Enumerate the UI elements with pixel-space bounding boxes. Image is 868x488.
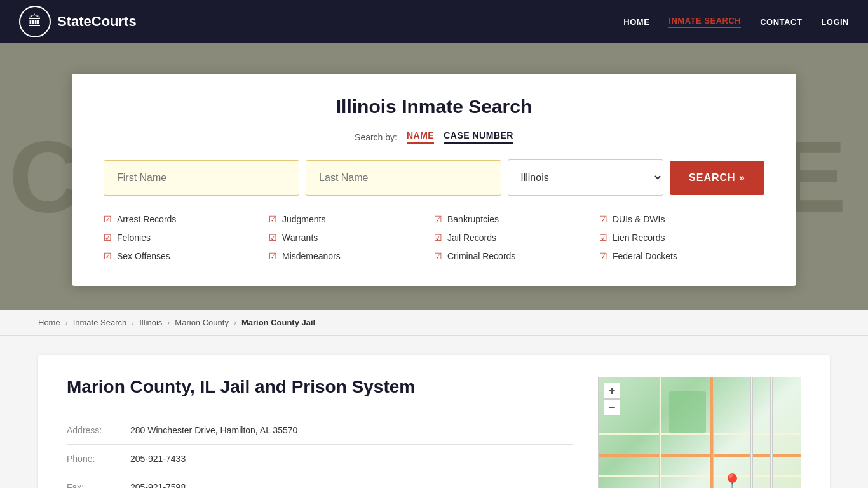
- feature-item: ☑Arrest Records: [104, 212, 269, 227]
- feature-item: ☑Sex Offenses: [104, 248, 269, 264]
- search-by-row: Search by: NAME CASE NUMBER: [104, 130, 764, 144]
- phone-label: Phone:: [67, 445, 130, 473]
- check-icon: ☑: [434, 251, 442, 261]
- breadcrumb: Home › Inmate Search › Illinois › Marion…: [0, 310, 868, 336]
- breadcrumb-home[interactable]: Home: [38, 318, 60, 327]
- fax-row: Fax: 205-921-7598: [67, 473, 573, 489]
- breadcrumb-sep-1: ›: [65, 318, 68, 327]
- info-table: Address: 280 Winchester Drive, Hamilton,…: [67, 416, 573, 488]
- map-pin: 📍: [721, 473, 743, 488]
- nav-login[interactable]: LOGIN: [821, 17, 849, 27]
- search-box: Illinois Inmate Search Search by: NAME C…: [72, 74, 796, 286]
- feature-item: ☑Judgments: [269, 212, 434, 227]
- logo[interactable]: 🏛 StateCourts: [19, 6, 137, 37]
- tab-name[interactable]: NAME: [407, 130, 434, 144]
- feature-item: ☑Jail Records: [434, 230, 599, 245]
- search-inputs-row: AlabamaAlaskaArizonaArkansasCaliforniaCo…: [104, 159, 764, 196]
- content-card: Marion County, IL Jail and Prison System…: [38, 355, 830, 488]
- jail-title: Marion County, IL Jail and Prison System: [67, 377, 573, 397]
- search-by-label: Search by:: [355, 132, 397, 142]
- nav-contact[interactable]: CONTACT: [760, 17, 802, 27]
- nav: HOME INMATE SEARCH CONTACT LOGIN: [623, 16, 849, 28]
- breadcrumb-inmate-search[interactable]: Inmate Search: [73, 318, 127, 327]
- logo-icon: 🏛: [19, 6, 51, 37]
- check-icon: ☑: [104, 233, 112, 243]
- map-container: + − 📍: [598, 377, 801, 488]
- check-icon: ☑: [269, 251, 277, 261]
- phone-value: 205-921-7433: [130, 445, 573, 473]
- address-row: Address: 280 Winchester Drive, Hamilton,…: [67, 416, 573, 445]
- feature-item: ☑Bankruptcies: [434, 212, 599, 227]
- features-grid: ☑Arrest Records☑Judgments☑Bankruptcies☑D…: [104, 212, 764, 264]
- fax-value: 205-921-7598: [130, 473, 573, 489]
- check-icon: ☑: [599, 251, 607, 261]
- fax-label: Fax:: [67, 473, 130, 489]
- feature-item: ☑Warrants: [269, 230, 434, 245]
- address-label: Address:: [67, 416, 130, 445]
- content-right: + − 📍: [598, 377, 801, 488]
- check-icon: ☑: [269, 233, 277, 243]
- breadcrumb-marion-county[interactable]: Marion County: [175, 318, 229, 327]
- check-icon: ☑: [269, 214, 277, 224]
- feature-item: ☑Felonies: [104, 230, 269, 245]
- state-select[interactable]: AlabamaAlaskaArizonaArkansasCaliforniaCo…: [508, 159, 663, 196]
- check-icon: ☑: [434, 233, 442, 243]
- map-zoom-out[interactable]: −: [604, 399, 620, 416]
- tab-case-number[interactable]: CASE NUMBER: [444, 130, 513, 144]
- breadcrumb-sep-4: ›: [234, 318, 236, 327]
- feature-item: ☑Misdemeanors: [269, 248, 434, 264]
- address-value: 280 Winchester Drive, Hamilton, AL 35570: [130, 416, 573, 445]
- nav-home[interactable]: HOME: [623, 17, 649, 27]
- phone-row: Phone: 205-921-7433: [67, 445, 573, 473]
- check-icon: ☑: [104, 251, 112, 261]
- feature-item: ☑DUIs & DWIs: [599, 212, 764, 227]
- check-icon: ☑: [599, 233, 607, 243]
- main-content: Marion County, IL Jail and Prison System…: [0, 336, 868, 488]
- search-button[interactable]: SEARCH »: [670, 161, 764, 195]
- header: 🏛 StateCourts HOME INMATE SEARCH CONTACT…: [0, 0, 868, 43]
- breadcrumb-illinois[interactable]: Illinois: [139, 318, 162, 327]
- search-title: Illinois Inmate Search: [104, 96, 764, 118]
- check-icon: ☑: [104, 214, 112, 224]
- logo-text: StateCourts: [57, 13, 137, 30]
- nav-inmate-search[interactable]: INMATE SEARCH: [668, 16, 741, 28]
- last-name-input[interactable]: [306, 160, 501, 196]
- breadcrumb-current: Marion County Jail: [241, 318, 315, 327]
- breadcrumb-sep-2: ›: [132, 318, 134, 327]
- feature-item: ☑Federal Dockets: [599, 248, 764, 264]
- content-left: Marion County, IL Jail and Prison System…: [67, 377, 573, 488]
- hero-section: COURTHOUSE Illinois Inmate Search Search…: [0, 43, 868, 310]
- feature-item: ☑Lien Records: [599, 230, 764, 245]
- check-icon: ☑: [599, 214, 607, 224]
- breadcrumb-sep-3: ›: [167, 318, 170, 327]
- check-icon: ☑: [434, 214, 442, 224]
- map-bg: + − 📍: [599, 377, 801, 488]
- feature-item: ☑Criminal Records: [434, 248, 599, 264]
- first-name-input[interactable]: [104, 160, 299, 196]
- map-zoom-in[interactable]: +: [604, 383, 620, 399]
- map-controls: + −: [604, 383, 620, 416]
